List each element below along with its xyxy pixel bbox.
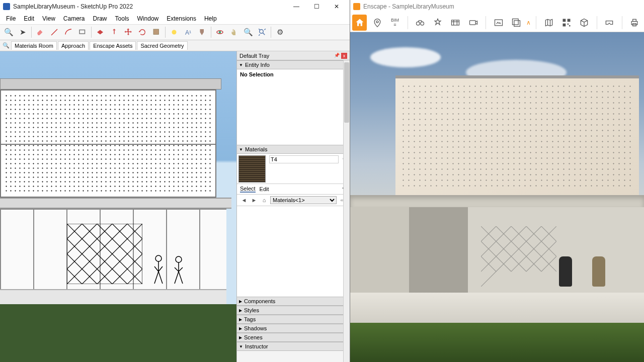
tags-header[interactable]: ▶Tags× [237,315,350,324]
tray-close-icon[interactable]: x [341,53,347,59]
bim-button[interactable]: BIM≡ [387,15,402,31]
viewport-people [148,251,194,287]
menu-tools[interactable]: Tools [111,14,133,23]
close-button[interactable]: ✕ [327,0,347,13]
collapse-icon: ▼ [239,63,243,67]
maximize-button[interactable]: ☐ [306,0,327,13]
menu-help[interactable]: Help [200,14,221,23]
scene-tab[interactable]: Materials Room [11,41,57,50]
materials-tab-select[interactable]: Select [240,186,256,193]
materials-header[interactable]: ▼ Materials × [237,145,350,154]
search-tool-icon[interactable]: 🔍 [2,26,15,39]
svg-point-8 [176,256,182,262]
material-name-input[interactable] [269,155,339,163]
screenshot-button[interactable] [491,15,506,31]
entity-info-label: Entity Info [245,62,270,68]
arc-tool-icon[interactable] [62,26,75,39]
assets-button[interactable] [448,15,463,31]
home-view-button[interactable] [352,15,367,31]
menu-view[interactable]: View [38,14,59,23]
move-tool-icon[interactable] [122,26,135,39]
location-button[interactable] [370,15,384,31]
materials-label: Materials [245,146,268,152]
material-library-select[interactable]: Materials<1> [270,196,337,204]
svg-point-11 [421,22,424,25]
minimize-button[interactable]: ― [286,0,306,13]
sketchup-menubar: File Edit View Camera Draw Tools Window … [0,13,350,24]
render-screen-geometry [481,226,556,287]
cube-button[interactable] [577,15,592,31]
svg-point-7 [155,255,162,261]
line-tool-icon[interactable] [48,26,61,39]
enscape-viewport[interactable] [350,32,644,362]
tray-pin-icon[interactable]: 📌 [334,53,340,59]
materials-tab-edit[interactable]: Edit [260,186,269,192]
instructor-header[interactable]: ▼Instructor× [237,342,350,351]
menu-draw[interactable]: Draw [89,14,111,23]
scene-search-icon[interactable]: 🔍 [2,42,10,49]
shadows-header[interactable]: ▶Shadows× [237,324,350,333]
offset-tool-icon[interactable] [108,26,121,39]
sketchup-titlebar[interactable]: SampleLibraryMuseum - SketchUp Pro 2022 … [0,0,350,13]
scene-tab[interactable]: Enscape Assets [90,41,136,50]
components-header[interactable]: ▶Components× [237,297,350,306]
tray-collapsed-panels: ▶Components× ▶Styles× ▶Tags× ▶Shadows× ▶… [237,297,350,351]
home-icon[interactable]: ⌂ [260,196,268,204]
scene-tab[interactable]: Approach [58,41,89,50]
orbit-tool-icon[interactable] [213,26,226,39]
text-tool-icon[interactable]: A¹ [182,26,195,39]
sketchup-viewport[interactable] [0,51,236,362]
svg-point-9 [376,21,378,23]
qr-button[interactable] [559,15,574,31]
tray-title-label: Default Tray [239,53,269,59]
tray-titlebar[interactable]: Default Tray 📌 x [237,51,350,60]
toolbar-expand-icon[interactable]: ∧ [526,19,531,26]
pushpull-tool-icon[interactable] [94,26,107,39]
instructor-label: Instructor [245,343,268,349]
sketchup-toolbar: 🔍 ➤ A¹ 🔍 ⚙ [0,24,350,40]
menu-camera[interactable]: Camera [59,14,89,23]
scenes-header[interactable]: ▶Scenes× [237,333,350,342]
menu-file[interactable]: File [2,14,20,23]
styles-header[interactable]: ▶Styles× [237,306,350,315]
scene-tab[interactable]: Sacred Geometry [137,41,187,50]
enscape-toolbar: BIM≡ ∧ [350,13,644,32]
entity-no-selection: No Selection [237,69,350,79]
rectangle-tool-icon[interactable] [76,26,89,39]
paint-tool-icon[interactable] [196,26,209,39]
material-swatch[interactable] [238,155,266,183]
tape-tool-icon[interactable] [168,26,181,39]
favorite-view-button[interactable] [431,15,445,31]
svg-point-2 [172,30,177,35]
rotate-tool-icon[interactable] [136,26,149,39]
menu-window[interactable]: Window [133,14,163,23]
svg-rect-20 [568,23,569,25]
map-button[interactable] [541,15,556,31]
enscape-logo-icon [353,3,360,10]
tray-scrollbar[interactable] [343,60,350,362]
svg-point-5 [219,31,221,34]
materials-grid[interactable] [237,206,350,297]
pan-tool-icon[interactable] [227,26,240,39]
nav-back-icon[interactable]: ◄ [240,196,248,204]
zoom-extents-tool-icon[interactable] [256,26,269,39]
eraser-tool-icon[interactable] [34,26,47,39]
select-tool-icon[interactable]: ➤ [16,26,29,39]
batch-render-button[interactable] [509,15,523,31]
zoom-tool-icon[interactable]: 🔍 [242,26,255,39]
print-button[interactable] [627,15,642,31]
shadows-label: Shadows [244,325,267,331]
video-button[interactable] [466,15,480,31]
menu-extensions[interactable]: Extensions [163,14,200,23]
enscape-titlebar[interactable]: Enscape - SampleLibraryMuseum [350,0,644,13]
entity-info-header[interactable]: ▼ Entity Info × [237,60,350,69]
vr-button[interactable] [602,15,617,31]
sketchup-title: SampleLibraryMuseum - SketchUp Pro 2022 [13,3,133,10]
settings-tool-icon[interactable]: ⚙ [273,26,286,39]
scale-tool-icon[interactable] [150,26,163,39]
menu-edit[interactable]: Edit [20,14,38,23]
nav-fwd-icon[interactable]: ► [250,196,258,204]
binoculars-button[interactable] [413,15,427,31]
svg-point-10 [417,22,420,25]
svg-rect-16 [514,20,520,26]
